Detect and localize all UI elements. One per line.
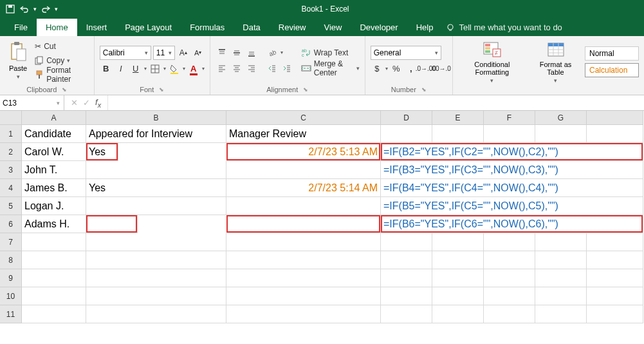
bold-button[interactable]: B	[100, 62, 113, 75]
cell-c8[interactable]	[226, 251, 381, 269]
cell-b11[interactable]	[86, 305, 226, 323]
cell-f10[interactable]	[484, 287, 535, 305]
cell-d11[interactable]	[381, 305, 432, 323]
row-header-7[interactable]: 7	[0, 233, 22, 251]
tab-developer[interactable]: Developer	[351, 19, 407, 36]
cell-style-normal[interactable]: Normal	[585, 46, 639, 61]
cell-b9[interactable]	[86, 269, 226, 287]
col-header-f[interactable]: F	[484, 111, 535, 125]
cell-f1[interactable]	[484, 125, 535, 143]
cell-d10[interactable]	[381, 287, 432, 305]
cell-b8[interactable]	[86, 251, 226, 269]
cell-e11[interactable]	[432, 305, 484, 323]
tab-page-layout[interactable]: Page Layout	[116, 19, 181, 36]
enter-icon[interactable]: ✓	[83, 98, 90, 108]
tab-data[interactable]: Data	[234, 19, 269, 36]
row-header-2[interactable]: 2	[0, 143, 22, 161]
cancel-icon[interactable]: ✕	[71, 98, 78, 108]
align-top-icon[interactable]	[216, 46, 228, 59]
fx-icon[interactable]: fx	[95, 97, 101, 109]
wrap-text-button[interactable]: abcWrap Text	[301, 46, 360, 60]
save-icon[interactable]	[5, 4, 15, 14]
cell-d3[interactable]: =IF(B3="YES",IF(C3="",NOW(),C3),"")	[381, 161, 643, 179]
cell-e8[interactable]	[432, 251, 484, 269]
cell-b4[interactable]: Yes	[86, 179, 226, 197]
font-name-select[interactable]: Calibri	[100, 46, 151, 60]
format-as-table-button[interactable]: Format as Table▾	[530, 39, 581, 85]
cell-d6[interactable]: =IF(B6="YES",IF(C6="",NOW(),C6),"")	[381, 215, 643, 233]
cell-c11[interactable]	[226, 305, 381, 323]
select-all-corner[interactable]	[0, 111, 22, 125]
cell-a7[interactable]	[22, 233, 86, 251]
cell-d8[interactable]	[381, 251, 432, 269]
align-middle-icon[interactable]	[230, 46, 243, 59]
italic-button[interactable]: I	[115, 62, 127, 75]
row-header-11[interactable]: 11	[0, 305, 22, 323]
tab-help[interactable]: Help	[407, 19, 443, 36]
underline-button[interactable]: U	[129, 62, 142, 75]
percent-format-icon[interactable]: %	[390, 62, 403, 75]
col-header-g[interactable]: G	[535, 111, 587, 125]
cell-c1[interactable]: Manager Review	[226, 125, 381, 143]
cell-d4[interactable]: =IF(B4="YES",IF(C4="",NOW(),C4),"")	[381, 179, 643, 197]
tab-file[interactable]: File	[5, 19, 37, 36]
cell-a9[interactable]	[22, 269, 86, 287]
cell-style-calculation[interactable]: Calculation	[585, 63, 639, 77]
align-left-icon[interactable]	[216, 62, 228, 75]
cell-a11[interactable]	[22, 305, 86, 323]
undo-icon[interactable]	[19, 4, 30, 14]
cell-d7[interactable]	[381, 233, 432, 251]
cut-button[interactable]: ✂Cut	[35, 39, 89, 53]
border-icon[interactable]	[149, 62, 161, 75]
cell-h11[interactable]	[587, 305, 643, 323]
cell-e7[interactable]	[432, 233, 484, 251]
row-header-9[interactable]: 9	[0, 269, 22, 287]
align-right-icon[interactable]	[245, 62, 258, 75]
col-header-c[interactable]: C	[226, 111, 381, 125]
conditional-formatting-button[interactable]: ≠ Conditional Formatting▾	[458, 39, 526, 85]
col-header-e[interactable]: E	[432, 111, 484, 125]
cell-g1[interactable]	[535, 125, 587, 143]
cell-h7[interactable]	[587, 233, 643, 251]
number-format-select[interactable]: General	[371, 46, 441, 60]
cell-b7[interactable]	[86, 233, 226, 251]
increase-font-icon[interactable]: A▴	[177, 46, 190, 59]
format-painter-button[interactable]: Format Painter	[35, 68, 89, 82]
cell-g10[interactable]	[535, 287, 587, 305]
row-header-4[interactable]: 4	[0, 179, 22, 197]
row-header-3[interactable]: 3	[0, 161, 22, 179]
cell-b2[interactable]: Yes	[86, 143, 118, 161]
tab-view[interactable]: View	[315, 19, 351, 36]
formula-input[interactable]	[108, 95, 644, 110]
cell-c3[interactable]	[226, 161, 381, 179]
cell-c6[interactable]	[226, 215, 381, 233]
font-color-icon[interactable]: A	[187, 62, 200, 75]
font-launcher-icon[interactable]: ⬊	[159, 86, 164, 93]
cell-c9[interactable]	[226, 269, 381, 287]
cell-c5[interactable]	[226, 197, 381, 215]
row-header-10[interactable]: 10	[0, 287, 22, 305]
decrease-decimal-icon[interactable]: .00→.0	[434, 62, 447, 75]
cell-b1[interactable]: Appeared for Interview	[86, 125, 226, 143]
cell-e1[interactable]	[432, 125, 484, 143]
align-center-icon[interactable]	[230, 62, 243, 75]
tab-insert[interactable]: Insert	[77, 19, 116, 36]
cell-d5[interactable]: =IF(B5="YES",IF(C5="",NOW(),C5),"")	[381, 197, 643, 215]
number-launcher-icon[interactable]: ⬊	[421, 86, 427, 93]
cell-a8[interactable]	[22, 251, 86, 269]
cell-h8[interactable]	[587, 251, 643, 269]
font-size-select[interactable]: 11	[153, 46, 175, 60]
decrease-font-icon[interactable]: A▾	[192, 46, 205, 59]
cell-c2[interactable]: 2/7/23 5:13 AM	[226, 143, 381, 161]
cell-g11[interactable]	[535, 305, 587, 323]
cell-b10[interactable]	[86, 287, 226, 305]
cell-b6[interactable]	[86, 215, 138, 233]
cell-b3[interactable]	[86, 161, 226, 179]
cell-g8[interactable]	[535, 251, 587, 269]
cell-d2[interactable]: =IF(B2="YES",IF(C2="",NOW(),C2),"")	[381, 143, 643, 161]
col-header-extra[interactable]	[587, 111, 643, 125]
cell-c4[interactable]: 2/7/23 5:14 AM	[226, 179, 381, 197]
row-header-1[interactable]: 1	[0, 125, 22, 143]
cell-f9[interactable]	[484, 269, 535, 287]
cell-f11[interactable]	[484, 305, 535, 323]
